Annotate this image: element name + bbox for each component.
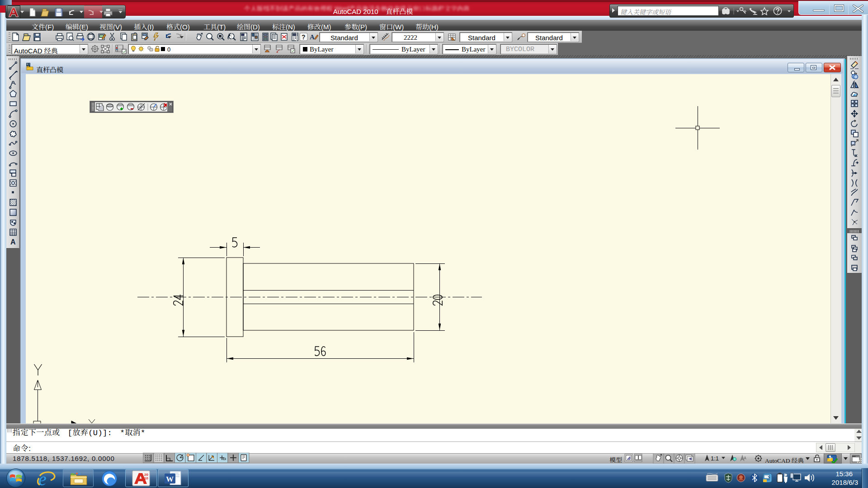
svg-text:?: ? [302, 33, 306, 41]
svg-text:1:1: 1:1 [711, 455, 719, 462]
svg-text:10: 10 [144, 476, 148, 480]
svg-text:A: A [10, 238, 16, 246]
svg-text:W: W [166, 475, 174, 483]
svg-text:A: A [310, 33, 315, 41]
svg-text:0: 0 [167, 46, 170, 53]
